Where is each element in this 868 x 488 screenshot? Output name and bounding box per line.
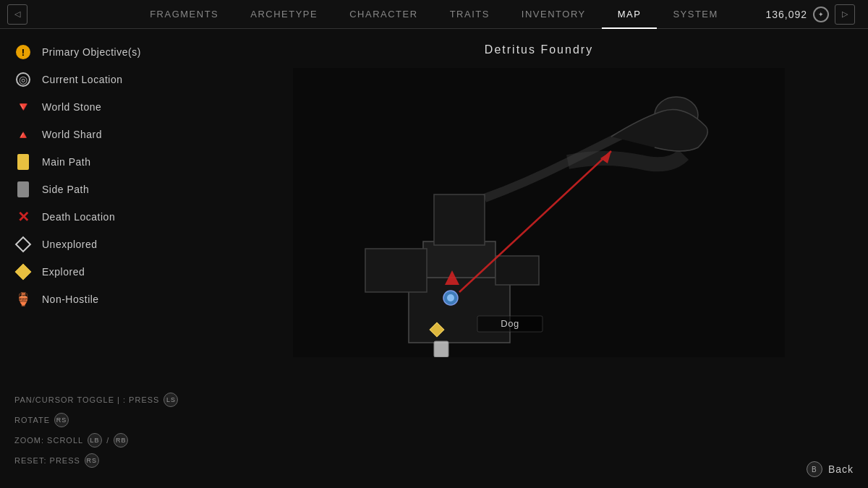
unexplored-icon-wrap: [14, 236, 32, 253]
currency-icon: ✦: [813, 7, 829, 22]
rs-badge: RS: [54, 413, 69, 427]
explored-icon-wrap: [14, 263, 32, 281]
nav-left-icon: ◁: [7, 4, 27, 25]
side-path-icon: [17, 181, 29, 197]
currency-value: 136,092: [765, 9, 807, 20]
back-button[interactable]: B Back: [807, 461, 854, 477]
legend-label-death: Death Location: [42, 211, 115, 223]
side-path-icon-wrap: [14, 181, 32, 198]
legend-label-unexplored: Unexplored: [42, 239, 98, 250]
explored-icon: [15, 264, 32, 281]
legend-label-world-stone: World Stone: [42, 101, 101, 113]
legend-current-location: Current Location: [14, 71, 195, 88]
map-title: Detritus Foundry: [485, 43, 593, 56]
legend-world-shard: 🔺 World Shard: [14, 126, 195, 143]
unexplored-icon: [15, 236, 32, 253]
svg-rect-3: [365, 249, 427, 292]
control-zoom-text: ZOOM: SCROLL: [14, 436, 83, 445]
legend-death-location: ✕ Death Location: [14, 208, 195, 226]
legend-main-path: Main Path: [14, 153, 195, 171]
svg-rect-2: [423, 241, 495, 278]
rb-icon-wrap: ▷: [835, 4, 855, 25]
svg-rect-5: [434, 194, 485, 245]
nav-right-area: 136,092 ✦ ▷: [765, 4, 861, 25]
ls-badge: LS: [163, 393, 178, 407]
legend-world-stone: 🔻 World Stone: [14, 98, 195, 116]
control-rotate: ROTATE RS: [14, 413, 178, 427]
nav-system[interactable]: SYSTEM: [657, 0, 733, 29]
nav-fragments[interactable]: FRAGMENTS: [134, 0, 234, 29]
nav-map[interactable]: MAP: [602, 0, 658, 29]
legend-label-non-hostile: Non-Hostile: [42, 294, 99, 305]
rs2-badge: RS: [85, 453, 99, 468]
control-pan-text: PAN/CURSOR TOGGLE | : PRESS: [14, 395, 159, 404]
svg-rect-0: [293, 68, 785, 357]
nav-inventory[interactable]: INVENTORY: [506, 0, 602, 29]
lb-badge: LB: [88, 433, 102, 448]
b-badge: B: [807, 461, 822, 477]
legend-label-main-path: Main Path: [42, 156, 91, 168]
death-icon-wrap: ✕: [14, 208, 32, 226]
control-pan: PAN/CURSOR TOGGLE | : PRESS LS: [14, 393, 178, 407]
compass-icon: [16, 72, 30, 87]
exclaim-icon: !: [16, 45, 30, 59]
top-nav: ◁ FRAGMENTS ARCHETYPE CHARACTER TRAITS I…: [0, 0, 868, 29]
main-path-icon-wrap: [14, 153, 32, 171]
legend-label-primary: Primary Objective(s): [42, 46, 141, 58]
map-canvas[interactable]: Dog: [293, 68, 785, 357]
svg-text:Dog: Dog: [501, 318, 519, 329]
non-hostile-icon: 🏺: [15, 291, 31, 307]
control-rotate-text: ROTATE: [14, 416, 50, 424]
map-area[interactable]: Detritus Foundry: [210, 29, 868, 488]
bottom-controls: PAN/CURSOR TOGGLE | : PRESS LS ROTATE RS…: [14, 393, 178, 474]
svg-rect-13: [434, 341, 448, 357]
main-path-icon: [17, 154, 29, 170]
legend-side-path: Side Path: [14, 181, 195, 198]
non-hostile-icon-wrap: 🏺: [14, 291, 32, 308]
nav-archetype[interactable]: ARCHETYPE: [234, 0, 333, 29]
control-reset-text: RESET: PRESS: [14, 456, 80, 465]
svg-point-10: [447, 294, 454, 301]
nav-character[interactable]: CHARACTER: [333, 0, 433, 29]
legend-unexplored: Unexplored: [14, 236, 195, 253]
map-svg: Dog: [293, 68, 785, 357]
control-zoom: ZOOM: SCROLL LB / RB: [14, 433, 178, 448]
legend-non-hostile: 🏺 Non-Hostile: [14, 291, 195, 308]
svg-rect-4: [495, 256, 539, 285]
rb-badge: RB: [114, 433, 128, 448]
world-shard-icon-wrap: 🔺: [14, 126, 32, 143]
legend-label-world-shard: World Shard: [42, 129, 102, 140]
nav-items: FRAGMENTS ARCHETYPE CHARACTER TRAITS INV…: [134, 0, 734, 29]
compass-icon-wrap: [14, 71, 32, 88]
world-stone-icon: 🔻: [15, 99, 31, 115]
legend-label-side-path: Side Path: [42, 184, 89, 195]
death-icon: ✕: [17, 208, 30, 226]
legend-explored: Explored: [14, 263, 195, 281]
control-zoom-sep: /: [106, 436, 109, 445]
world-stone-icon-wrap: 🔻: [14, 98, 32, 116]
legend-label-explored: Explored: [42, 266, 85, 278]
nav-traits[interactable]: TRAITS: [434, 0, 506, 29]
control-reset: RESET: PRESS RS: [14, 453, 178, 468]
world-shard-icon: 🔺: [16, 128, 30, 142]
legend-primary-objective: ! Primary Objective(s): [14, 43, 195, 61]
legend-label-current: Current Location: [42, 74, 123, 85]
exclaim-icon-wrap: !: [14, 43, 32, 61]
lb-icon: ◁: [14, 9, 20, 19]
back-label: Back: [828, 463, 854, 475]
